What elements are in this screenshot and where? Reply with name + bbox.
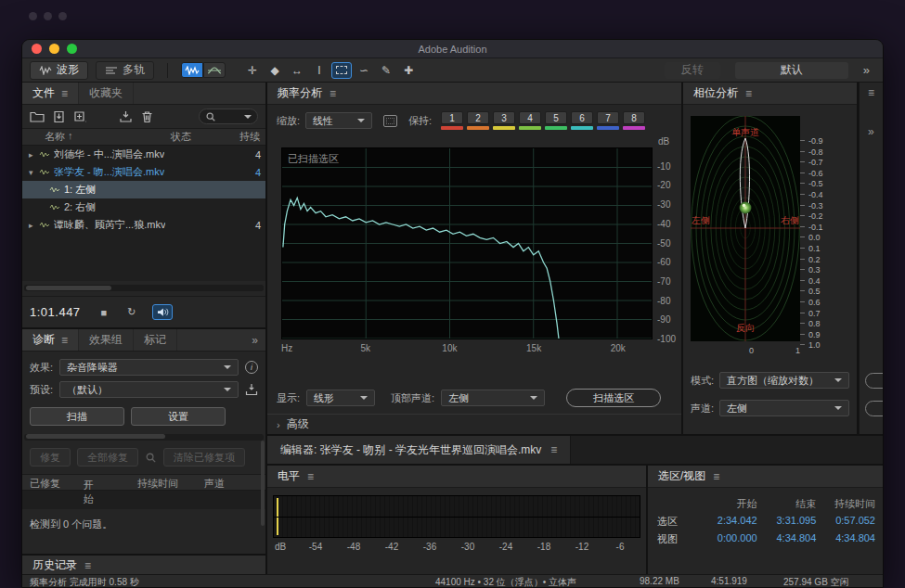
auto-play-speaker-icon[interactable] [152,304,173,320]
file-list-header[interactable]: 名称↑ 状态 持续 [22,129,265,146]
tab-markers-label: 标记 [144,332,166,348]
invert-button[interactable]: 反转 [665,62,720,79]
expand-icon[interactable]: ▸ [29,221,39,230]
razor-tool[interactable]: ◆ [265,62,285,79]
waveform-view-icon[interactable] [181,62,203,78]
scale-options-icon[interactable] [383,115,397,127]
level-meter[interactable] [273,495,640,538]
hold-button-2[interactable]: 2 [467,111,489,130]
horizontal-scrollbar[interactable] [24,285,264,291]
search-input[interactable] [199,109,258,124]
tab-favorites[interactable]: 收藏夹 [79,83,134,104]
tab-files[interactable]: 文件 ≡ [22,83,79,104]
scan-button[interactable]: 扫描 [30,407,124,426]
view-duration-value[interactable]: 4:34.804 [816,532,875,546]
row-view-label: 视图 [657,532,698,546]
trash-icon[interactable] [140,110,154,123]
selection-start-value[interactable]: 2:34.042 [698,515,757,529]
close-button[interactable] [32,44,42,54]
tab-effects-rack[interactable]: 效果组 [79,329,134,351]
move-tool[interactable]: ✛ [242,62,263,79]
scrollbar-thumb[interactable] [26,434,165,439]
hold-button-3[interactable]: 3 [493,111,515,130]
expand-icon[interactable]: ▸ [29,150,39,160]
view-start-value[interactable]: 0:00.000 [698,532,757,546]
phase-scale-label: -0.3 [808,201,823,211]
problems-table-header[interactable]: 已修复 开始↑ 持续时间 声道 [22,474,265,491]
panel-menu-icon[interactable]: ≡ [745,87,752,100]
selection-end-value[interactable]: 3:31.095 [757,515,817,529]
hold-button-7[interactable]: 7 [597,111,619,130]
spot-healing-brush-tool[interactable]: ✚ [398,62,419,79]
panel-menu-icon[interactable]: ≡ [307,470,314,483]
zoom-select[interactable]: 线性 [305,112,372,129]
stop-icon[interactable]: ■ [101,307,108,318]
toolbar-overflow-icon[interactable]: » [863,63,870,77]
new-container-icon[interactable] [73,110,87,123]
display-select[interactable]: 线形 [306,390,375,406]
view-end-value[interactable]: 4:34.804 [757,532,817,546]
horizontal-scrollbar[interactable] [24,434,264,441]
minimize-button[interactable] [49,44,59,54]
open-folder-icon[interactable] [30,110,45,123]
file-row[interactable]: ▾ 张学友 - 吻...演唱会.mkv 4 [22,163,265,181]
channel-select[interactable]: 左侧 [719,400,849,416]
marquee-selection-tool[interactable] [331,62,352,79]
waveform-mode-button[interactable]: 波形 [30,61,88,80]
file-row[interactable]: ▸ 谭咏麟、顾芮宁...狼.mkv 4 [22,216,265,234]
panel-menu-icon[interactable]: ≡ [61,87,68,100]
settings-button[interactable]: 设置 [131,407,226,426]
phase-scope[interactable]: 单声道 左侧 右侧 反向 [691,116,800,341]
clipped-button[interactable] [865,373,884,389]
mode-select[interactable]: 直方图（缩放对数） [719,372,849,389]
repair-button[interactable]: 修复 [30,448,71,467]
tab-diagnostics[interactable]: 诊断 ≡ [22,329,79,351]
batch-download-icon[interactable] [119,110,133,123]
editor-tab[interactable]: 编辑器: 张学友 - 吻别 - 学友光年世界巡回演唱会.mkv ≡ [267,436,571,464]
tab-markers[interactable]: 标记 [134,329,177,351]
info-icon[interactable]: i [245,361,258,374]
hold-button-4[interactable]: 4 [519,111,541,130]
magnifier-icon[interactable] [145,452,157,464]
panel-menu-icon[interactable]: ≡ [713,470,719,483]
channel-row[interactable]: 2: 右侧 [22,198,265,216]
vertical-scrollbar[interactable] [261,441,265,526]
scan-selection-button[interactable]: 扫描选区 [566,389,661,407]
top-channel-select[interactable]: 左侧 [441,390,545,406]
multitrack-mode-button[interactable]: 多轨 [96,61,154,80]
panel-overflow-icon[interactable]: » [868,125,874,138]
clear-repaired-button[interactable]: 清除已修复项 [163,448,245,467]
advanced-section-toggle[interactable]: › 高级 [267,414,681,434]
selection-duration-value[interactable]: 0:57.052 [816,515,875,529]
effect-select[interactable]: 杂音降噪器 [59,359,239,376]
loop-playback-icon[interactable]: ↻ [127,306,136,318]
panel-overflow-icon[interactable]: » [244,329,265,351]
repair-all-button[interactable]: 全部修复 [77,448,138,467]
collapse-icon[interactable]: ▾ [29,168,39,177]
hold-button-6[interactable]: 6 [571,111,593,130]
search-scope-caret-icon[interactable] [244,115,252,122]
hold-button-5[interactable]: 5 [545,111,567,130]
scrollbar-thumb[interactable] [26,286,111,290]
hold-button-8[interactable]: 8 [623,111,645,130]
file-row[interactable]: ▸ 刘德华 - 中...演唱会.mkv 4 [22,146,265,163]
frequency-graph[interactable]: 已扫描选区 [281,147,653,339]
slip-tool[interactable]: ↔ [287,62,307,79]
preset-select[interactable]: （默认） [59,381,239,398]
panel-menu-icon[interactable]: ≡ [61,334,68,347]
import-file-icon[interactable] [52,110,66,123]
channel-row-selected[interactable]: 1: 左侧 [22,181,265,198]
hold-button-1[interactable]: 1 [441,111,463,130]
save-preset-icon[interactable] [245,383,258,396]
panel-menu-icon[interactable]: ≡ [330,87,336,100]
paintbrush-selection-tool[interactable]: ✎ [376,62,396,79]
time-selection-tool[interactable]: I [309,62,330,79]
panel-menu-icon[interactable]: ≡ [868,86,874,99]
zoom-button[interactable] [67,44,77,54]
panel-menu-icon[interactable]: ≡ [84,559,91,572]
lasso-selection-tool[interactable]: ∽ [354,62,374,79]
spectral-view-icon[interactable] [203,62,226,78]
panel-menu-icon[interactable]: ≡ [550,443,557,456]
clipped-button[interactable] [865,401,884,416]
workspace-button[interactable]: 默认 [735,62,848,79]
